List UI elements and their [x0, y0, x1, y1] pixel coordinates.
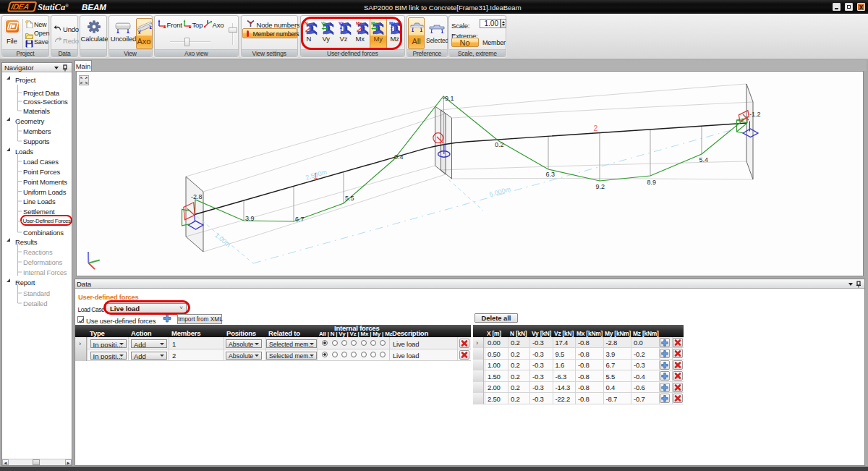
- svg-text:-9.1: -9.1: [443, 95, 454, 102]
- svg-text:5.4: 5.4: [699, 156, 709, 164]
- svg-text:StatiCa®: StatiCa®: [38, 2, 69, 12]
- svg-text:BEAM: BEAM: [82, 3, 106, 12]
- svg-text:2: 2: [594, 124, 598, 132]
- svg-text:6.3: 6.3: [546, 171, 556, 178]
- svg-text:8.9: 8.9: [647, 179, 657, 186]
- svg-text:6.7: 6.7: [295, 216, 305, 223]
- svg-text:-2.8: -2.8: [191, 193, 203, 200]
- svg-text:1: 1: [314, 171, 318, 180]
- svg-text:5.000m: 5.000m: [488, 185, 511, 198]
- svg-text:3.9: 3.9: [245, 215, 255, 222]
- svg-text:0.2: 0.2: [495, 141, 504, 148]
- svg-text:IDEA: IDEA: [10, 3, 30, 12]
- svg-text:-1.2: -1.2: [749, 111, 761, 118]
- svg-text:9.2: 9.2: [596, 183, 605, 190]
- svg-text:0.4: 0.4: [394, 153, 404, 161]
- svg-text:5.5: 5.5: [345, 195, 354, 202]
